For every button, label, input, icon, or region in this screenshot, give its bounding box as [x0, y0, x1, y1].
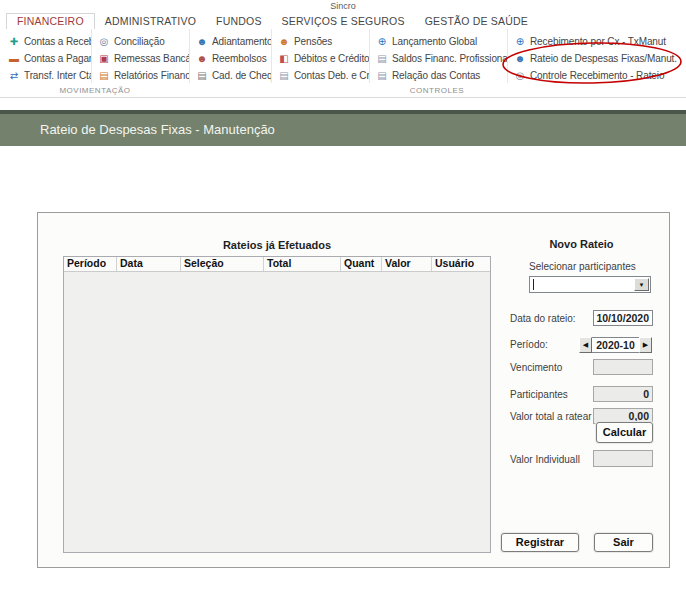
refund-person-icon: ☻ — [195, 53, 209, 65]
ribbon-item-label: Débitos e Créditos — [294, 53, 370, 64]
rateios-table-header: Período Data Seleção Total Quant Valor U… — [64, 257, 490, 272]
column-header-total[interactable]: Total — [264, 257, 341, 271]
vencimento-label: Vencimento — [510, 362, 562, 373]
ribbon-item-pensoes[interactable]: ☻ Pensões — [272, 33, 369, 50]
column-header-valor[interactable]: Valor — [382, 257, 432, 271]
rateios-table[interactable]: Período Data Seleção Total Quant Valor U… — [63, 256, 491, 553]
ribbon-item-reembolsos[interactable]: ☻ Reembolsos — [190, 50, 271, 67]
ribbon-item-relacao-das-contas[interactable]: ▤ Relação das Contas — [370, 67, 507, 83]
rateios-table-body[interactable] — [64, 272, 490, 552]
column-header-periodo[interactable]: Período — [64, 257, 117, 271]
ribbon-item-rateio-de-despesas-fixas-manut[interactable]: ☻ Rateio de Despesas Fixas/Manut. — [508, 50, 686, 67]
accounts-list-icon: ▤ — [375, 70, 389, 82]
ribbon-item-label: Pensões — [294, 36, 332, 47]
financial-reports-icon: ▤ — [97, 70, 111, 82]
ribbon-item-controle-recebimento-rateio[interactable]: ◎ Controle Recebimento - Rateio — [508, 67, 686, 83]
ribbon-column-4: ☻ Pensões ◧ Débitos e Créditos ▤ Contas … — [272, 29, 370, 83]
ribbon-item-contas-deb-e-cred[interactable]: ▤ Contas Deb. e Cred. — [272, 67, 369, 83]
ribbon-item-label: Lançamento Global — [392, 36, 477, 47]
ribbon-item-label: Recebimento por Cx - TxManut — [530, 36, 666, 47]
previous-period-icon[interactable]: ◀ — [579, 337, 592, 353]
chevron-down-icon[interactable]: ▼ — [634, 278, 649, 291]
cheque-register-icon: ▤ — [195, 70, 209, 82]
ribbon-item-contas-a-receber[interactable]: ✚ Contas a Receber — [2, 33, 91, 50]
next-period-icon[interactable]: ▶ — [639, 337, 652, 353]
column-header-usuario[interactable]: Usuário — [432, 257, 490, 271]
ribbon-item-label: Reembolsos — [212, 53, 267, 64]
ribbon-item-label: Cad. de Cheques — [212, 70, 272, 81]
ribbon-item-relatorios-financ[interactable]: ▤ Relatórios Financ. — [92, 67, 189, 83]
group-label-controles: CONTROLES — [368, 86, 506, 95]
tab-gestao-de-saude[interactable]: GESTÃO DE SAÚDE — [415, 13, 538, 29]
periodo-spinner[interactable]: ◀ 2020-10 ▶ — [579, 337, 652, 353]
data-rateio-label: Data do rateio: — [510, 313, 576, 324]
sincro-window: { "window": { "app_title": "Sincro" }, "… — [0, 0, 686, 593]
ribbon-item-label: Rateio de Despesas Fixas/Manut. — [530, 53, 677, 64]
expense-share-icon: ☻ — [513, 53, 527, 65]
ribbon-item-conciliacao[interactable]: ◎ Conciliação — [92, 33, 189, 50]
ribbon-column-6: ⊕ Recebimento por Cx - TxManut ☻ Rateio … — [508, 29, 686, 83]
ribbon-item-contas-a-pagar[interactable]: ▬ Contas a Pagar — [2, 50, 91, 67]
valor-individual-label: Valor Individuall — [510, 454, 580, 465]
ribbon-item-debitos-e-creditos[interactable]: ◧ Débitos e Créditos — [272, 50, 369, 67]
receipt-control-icon: ◎ — [513, 70, 527, 82]
periodo-value: 2020-10 — [592, 337, 639, 353]
globe-receipt-icon: ⊕ — [513, 36, 527, 48]
ribbon-item-cad-de-cheques[interactable]: ▤ Cad. de Cheques — [190, 67, 271, 83]
registrar-button[interactable]: Registrar — [501, 533, 579, 552]
column-header-selecao[interactable]: Seleção — [181, 257, 264, 271]
ribbon-item-lancamento-global[interactable]: ⊕ Lançamento Global — [370, 33, 507, 50]
tab-administrativo[interactable]: ADMINISTRATIVO — [95, 13, 206, 29]
ribbon-item-recebimento-por-cx-txmanut[interactable]: ⊕ Recebimento por Cx - TxManut — [508, 33, 686, 50]
globe-launch-icon: ⊕ — [375, 36, 389, 48]
advance-person-icon: ☻ — [195, 36, 209, 48]
ribbon: ✚ Contas a Receber ▬ Contas a Pagar ⇄ Tr… — [0, 29, 686, 98]
ribbon-item-label: Controle Recebimento - Rateio — [530, 70, 664, 81]
ribbon-item-remessas-bancarias[interactable]: ▣ Remessas Bancárias — [92, 50, 189, 67]
calcular-button[interactable]: Calcular — [596, 422, 653, 443]
ribbon-item-saldos-financ-profissionais[interactable]: ▤ Saldos Financ. Profissionais — [370, 50, 507, 67]
page-title: Rateio de Despesas Fixas - Manutenção — [40, 122, 275, 137]
transfer-arrows-icon: ⇄ — [7, 70, 21, 82]
ribbon-item-adiantamentos[interactable]: ☻ Adiantamentos — [190, 33, 271, 50]
text-caret — [533, 279, 534, 290]
ribbon-column-1: ✚ Contas a Receber ▬ Contas a Pagar ⇄ Tr… — [2, 29, 92, 83]
magnifier-grid-icon: ◎ — [97, 36, 111, 48]
page-header-banner: Rateio de Despesas Fixas - Manutenção — [0, 110, 686, 146]
ribbon-item-label: Contas a Receber — [24, 36, 92, 47]
valor-total-label: Valor total a ratear — [510, 411, 592, 422]
ribbon-column-5: ⊕ Lançamento Global ▤ Saldos Financ. Pro… — [370, 29, 508, 83]
ribbon-item-label: Adiantamentos — [212, 36, 272, 47]
bank-remittance-icon: ▣ — [97, 53, 111, 65]
sair-button[interactable]: Sair — [594, 533, 653, 552]
new-rateio-title: Novo Rateio — [510, 238, 653, 250]
participantes-field: 0 — [593, 386, 653, 402]
group-label-movimentacao: MOVIMENTAÇÃO — [0, 86, 190, 95]
tab-servicos-e-seguros[interactable]: SERVIÇOS E SEGUROS — [272, 13, 415, 29]
ribbon-item-label: Relação das Contas — [392, 70, 480, 81]
tab-financeiro[interactable]: FINANCEIRO — [6, 13, 95, 29]
add-list-icon: ✚ — [7, 36, 21, 48]
participants-combobox[interactable]: ▼ — [529, 276, 651, 293]
periodo-label: Período: — [510, 339, 548, 350]
column-header-quant[interactable]: Quant — [341, 257, 382, 271]
ribbon-item-label: Remessas Bancárias — [114, 53, 190, 64]
debit-credit-icon: ◧ — [277, 53, 291, 65]
app-title: Sincro — [0, 1, 686, 11]
ribbon-column-2: ◎ Conciliação ▣ Remessas Bancárias ▤ Rel… — [92, 29, 190, 83]
participants-select-label: Selecionar participantes — [529, 261, 636, 272]
ribbon-item-label: Conciliação — [114, 36, 165, 47]
ribbon-column-3: ☻ Adiantamentos ☻ Reembolsos ▤ Cad. de C… — [190, 29, 272, 83]
column-header-data[interactable]: Data — [117, 257, 181, 271]
ribbon-item-transf-inter-ctas[interactable]: ⇄ Transf. Inter Ctas. — [2, 67, 91, 83]
ribbon-tab-bar: FINANCEIRO ADMINISTRATIVO FUNDOS SERVIÇO… — [6, 13, 538, 29]
ribbon-item-label: Transf. Inter Ctas. — [24, 70, 92, 81]
data-rateio-field[interactable]: 10/10/2020 — [593, 310, 653, 326]
account-document-icon: ▤ — [277, 70, 291, 82]
history-table-title: Rateios já Efetuados — [63, 239, 491, 251]
balances-document-icon: ▤ — [375, 53, 389, 65]
ribbon-columns: ✚ Contas a Receber ▬ Contas a Pagar ⇄ Tr… — [0, 29, 686, 83]
tab-fundos[interactable]: FUNDOS — [206, 13, 272, 29]
ribbon-item-label: Contas Deb. e Cred. — [294, 70, 370, 81]
remove-list-icon: ▬ — [7, 53, 21, 65]
